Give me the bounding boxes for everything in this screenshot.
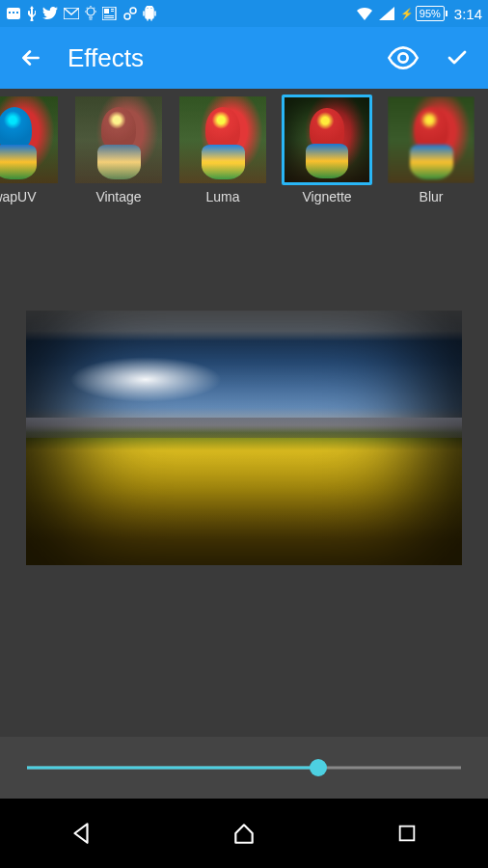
clock: 3:14 [454,6,482,22]
content-area: wapUV Vintage Luma Vignette Blur [0,89,488,799]
svg-rect-3 [16,12,18,14]
lightbulb-icon [85,6,96,21]
svg-rect-11 [104,17,114,18]
app-bar: Effects [0,27,488,89]
svg-rect-10 [104,15,114,16]
preview-toggle-button[interactable] [386,41,420,75]
svg-rect-17 [399,827,414,841]
battery-percent: 95% [416,6,445,21]
news-icon [102,7,118,20]
svg-point-14 [148,8,149,9]
effect-thumb [0,95,60,185]
status-bar: ⚡95% 3:14 [0,0,488,27]
effect-label: Luma [205,189,239,204]
effect-item-luma[interactable]: Luma [176,95,270,220]
nav-home-button[interactable] [205,810,283,856]
effect-item-swapuv[interactable]: wapUV [0,95,62,220]
android-icon [143,6,156,21]
intensity-slider[interactable] [0,737,488,799]
effect-label: wapUV [0,189,37,204]
svg-point-12 [124,14,130,19]
nav-back-button[interactable] [42,810,120,856]
mail-icon [64,8,79,19]
wifi-icon [356,7,373,20]
svg-point-15 [151,8,152,9]
effect-item-blur[interactable]: Blur [384,95,478,220]
effect-item-vignette[interactable]: Vignette [280,95,374,220]
preview-image[interactable] [26,311,462,565]
effect-label: Vignette [302,189,351,204]
usb-icon [27,6,37,21]
signal-icon [379,7,394,20]
effect-thumb [73,95,164,185]
effect-thumb [386,95,476,185]
effect-thumb [282,95,372,185]
battery-icon: ⚡95% [400,6,445,21]
twitter-icon [42,7,58,20]
confirm-button[interactable] [440,41,474,75]
svg-rect-7 [104,9,109,14]
system-nav-bar [0,799,488,868]
svg-point-13 [130,8,136,14]
effect-item-vintage[interactable]: Vintage [71,95,166,220]
effect-thumb [177,95,268,185]
slider-progress [27,767,318,770]
back-button[interactable] [14,41,48,75]
effects-strip[interactable]: wapUV Vintage Luma Vignette Blur [0,89,488,224]
slider-thumb[interactable] [310,759,327,776]
svg-point-16 [398,53,407,62]
effect-label: Blur [420,189,444,204]
preview-area [0,224,488,737]
link-icon [123,7,137,20]
svg-rect-8 [111,9,114,10]
nav-recent-button[interactable] [368,810,446,856]
svg-rect-2 [13,12,14,14]
svg-point-5 [87,8,95,15]
effect-label: Vintage [95,189,141,204]
page-title: Effects [68,43,366,73]
svg-rect-9 [111,11,114,12]
svg-rect-1 [9,12,11,14]
notification-icon [6,7,21,20]
